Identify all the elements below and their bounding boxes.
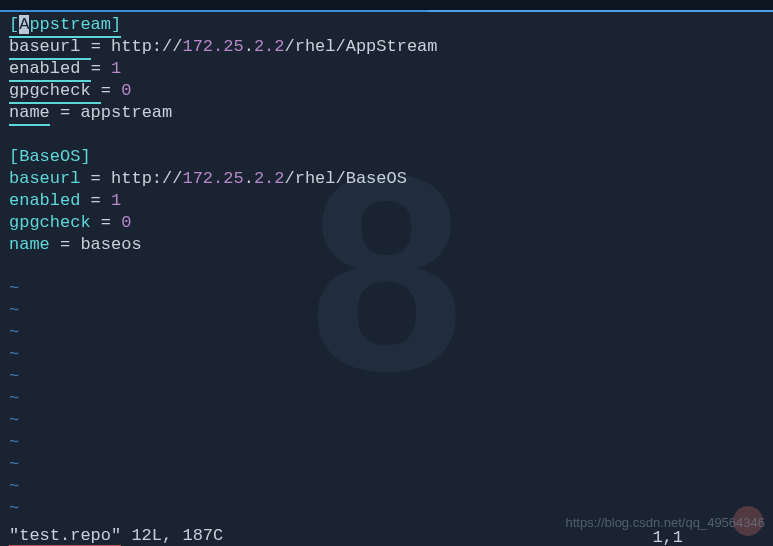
key-name: name [9, 103, 50, 122]
equals: = [91, 37, 111, 56]
tilde-line: ~ [9, 454, 764, 476]
tilde-line: ~ [9, 410, 764, 432]
filename: "test.repo" [9, 526, 121, 546]
config-line: name = baseos [9, 234, 764, 256]
ip-part1: 172.25 [182, 37, 243, 56]
empty-line [9, 256, 764, 278]
config-line: enabled = 1 [9, 58, 764, 80]
tilde-line: ~ [9, 278, 764, 300]
status-file-info: "test.repo" 12L, 187C [9, 526, 223, 546]
tilde-line: ~ [9, 344, 764, 366]
equals: = [80, 191, 111, 210]
config-line: gpgcheck = 0 [9, 212, 764, 234]
dot: . [244, 37, 254, 56]
url-proto: http:// [111, 169, 182, 188]
config-line: baseurl = http://172.25.2.2/rhel/AppStre… [9, 36, 764, 58]
tilde-line: ~ [9, 432, 764, 454]
key-baseurl: baseurl [9, 169, 80, 188]
file-stats: 12L, 187C [121, 526, 223, 545]
cursor: A [19, 15, 29, 34]
key-enabled: enabled [9, 59, 80, 78]
window-top-bar [0, 0, 773, 12]
section-name: ppstream [29, 15, 111, 34]
ip-part2: 2.2 [254, 37, 285, 56]
equals: = [101, 81, 121, 100]
cursor-position: 1,1 [652, 528, 683, 546]
equals: = [91, 59, 111, 78]
section-name: [BaseOS] [9, 147, 91, 166]
text-editor-content[interactable]: [Appstream] baseurl = http://172.25.2.2/… [0, 12, 773, 522]
config-line: baseurl = http://172.25.2.2/rhel/BaseOS [9, 168, 764, 190]
val-enabled: 1 [111, 191, 121, 210]
config-line: enabled = 1 [9, 190, 764, 212]
empty-line [9, 124, 764, 146]
ip-part2: 2.2 [254, 169, 285, 188]
equals: = [80, 169, 111, 188]
val-name: appstream [80, 103, 172, 122]
vim-status-bar: "test.repo" 12L, 187C 1,1 [0, 522, 773, 546]
key-gpgcheck: gpgcheck [9, 81, 91, 100]
config-line: name = appstream [9, 102, 764, 124]
tilde-line: ~ [9, 322, 764, 344]
url-path: /rhel/AppStream [284, 37, 437, 56]
key-name: name [9, 235, 50, 254]
tilde-line: ~ [9, 476, 764, 498]
equals: = [91, 213, 122, 232]
equals: = [50, 235, 81, 254]
section-header-line: [Appstream] [9, 14, 764, 36]
dot: . [244, 169, 254, 188]
val-gpgcheck: 0 [121, 81, 131, 100]
tilde-line: ~ [9, 300, 764, 322]
url-path: /rhel/BaseOS [284, 169, 406, 188]
val-name: baseos [80, 235, 141, 254]
key-gpgcheck: gpgcheck [9, 213, 91, 232]
key-enabled: enabled [9, 191, 80, 210]
val-enabled: 1 [111, 59, 121, 78]
config-line: gpgcheck = 0 [9, 80, 764, 102]
bracket-close: ] [111, 15, 121, 34]
bracket-open: [ [9, 15, 19, 34]
equals: = [50, 103, 81, 122]
tilde-line: ~ [9, 498, 764, 520]
ip-part1: 172.25 [182, 169, 243, 188]
section-header-line: [BaseOS] [9, 146, 764, 168]
tilde-line: ~ [9, 366, 764, 388]
key-baseurl: baseurl [9, 37, 80, 56]
url-proto: http:// [111, 37, 182, 56]
val-gpgcheck: 0 [121, 213, 131, 232]
tilde-line: ~ [9, 388, 764, 410]
